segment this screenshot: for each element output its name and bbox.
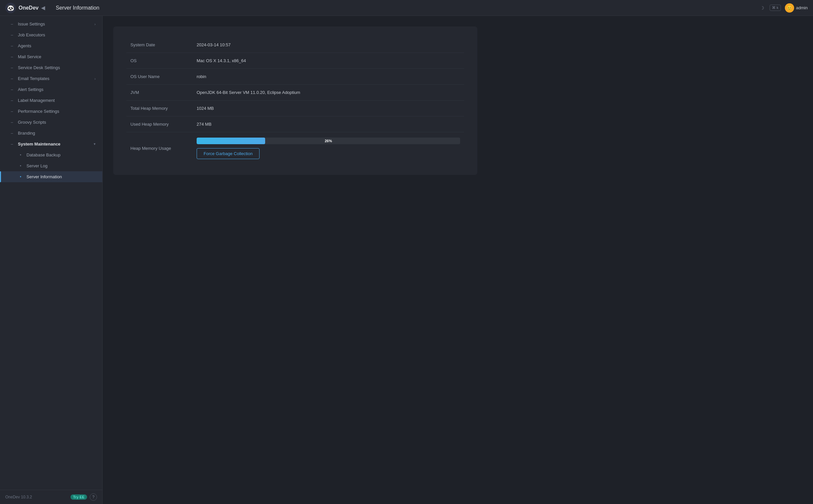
field-label: OS User Name [126,69,192,85]
sidebar-item-label: Label Management [18,98,96,103]
sidebar-item-label: Database Backup [26,152,96,157]
help-button[interactable]: ? [90,493,97,501]
sidebar-item-groovy-scripts[interactable]: – Groovy Scripts [0,117,102,128]
field-label: Total Heap Memory [126,101,192,116]
topbar: 🐼 OneDev ◀ Server Information ☽ ⌘ k 😊 ad… [0,0,813,16]
dash-icon: – [9,98,15,103]
keyboard-shortcut-hint[interactable]: ⌘ k [770,5,781,11]
sidebar-item-label-management[interactable]: – Label Management [0,95,102,106]
table-row: System Date 2024-03-14 10:57 [126,37,464,53]
theme-toggle-button[interactable]: ☽ [759,4,766,12]
progress-bar-fill [196,138,265,144]
app-name: OneDev [19,5,38,11]
progress-container: 26% Force Garbage Collection [196,138,460,159]
server-info-table: System Date 2024-03-14 10:57 OS Mac OS X… [126,37,464,164]
bullet-icon: • [18,175,23,179]
sidebar-item-label: Server Information [26,174,96,179]
dash-icon: – [9,120,15,125]
bullet-icon: • [18,164,23,168]
dash-icon: – [9,87,15,92]
sidebar-item-branding[interactable]: – Branding [0,128,102,139]
table-row: OS User Name robin [126,69,464,85]
page-title: Server Information [56,5,759,11]
table-row: OS Mac OS X 14.3.1, x86_64 [126,53,464,69]
dash-icon: – [9,33,15,37]
field-value: OpenJDK 64-Bit Server VM 11.0.20, Eclips… [192,85,464,101]
sidebar-item-agents[interactable]: – Agents [0,40,102,51]
field-label: Heap Memory Usage [126,132,192,165]
field-value: robin [192,69,464,85]
topbar-right: ☽ ⌘ k 😊 admin [759,3,808,13]
main-content: System Date 2024-03-14 10:57 OS Mac OS X… [103,16,813,504]
field-label: System Date [126,37,192,53]
sidebar: – Issue Settings › – Job Executors – Age… [0,16,103,504]
table-row: JVM OpenJDK 64-Bit Server VM 11.0.20, Ec… [126,85,464,101]
chevron-right-icon: › [94,22,96,26]
dash-icon: – [9,22,15,26]
field-label: Used Heap Memory [126,116,192,132]
sidebar-item-label: Issue Settings [18,21,94,26]
dash-icon: – [9,55,15,59]
bullet-icon: • [18,153,23,157]
app-logo-group: 🐼 OneDev [5,3,38,13]
field-value: 1024 MB [192,101,464,116]
sidebar-item-label: Job Executors [18,32,96,37]
avatar: 😊 [785,3,794,13]
field-value: Mac OS X 14.3.1, x86_64 [192,53,464,69]
field-value: 274 MB [192,116,464,132]
sidebar-item-label: System Maintenance [18,142,94,147]
table-row-heap-usage: Heap Memory Usage 26% Force Garbage Coll… [126,132,464,165]
sidebar-item-label: Groovy Scripts [18,120,96,125]
field-label: JVM [126,85,192,101]
main-layout: – Issue Settings › – Job Executors – Age… [0,16,813,504]
version-label: OneDev 10.3.2 [5,495,68,499]
sidebar-footer: OneDev 10.3.2 Try EE ? [0,490,102,504]
try-ee-badge[interactable]: Try EE [70,494,87,500]
sidebar-item-job-executors[interactable]: – Job Executors [0,29,102,40]
sidebar-item-label: Performance Settings [18,109,96,114]
dash-icon: – [9,109,15,114]
field-label: OS [126,53,192,69]
chevron-right-icon: › [94,77,96,81]
table-row: Total Heap Memory 1024 MB [126,101,464,116]
heap-usage-cell: 26% Force Garbage Collection [192,132,464,165]
chevron-down-icon: ▾ [94,142,96,146]
logo-icon: 🐼 [5,3,16,13]
sidebar-item-mail-service[interactable]: – Mail Service [0,51,102,62]
progress-label: 26% [325,139,332,143]
field-value: 2024-03-14 10:57 [192,37,464,53]
dash-icon: – [9,142,15,147]
sidebar-item-server-information[interactable]: • Server Information [0,171,102,182]
sidebar-scroll: – Issue Settings › – Job Executors – Age… [0,16,102,490]
dash-icon: – [9,131,15,136]
dash-icon: – [9,76,15,81]
sidebar-item-database-backup[interactable]: • Database Backup [0,149,102,160]
sidebar-item-label: Mail Service [18,54,96,59]
server-info-card: System Date 2024-03-14 10:57 OS Mac OS X… [113,26,477,175]
sidebar-item-label: Branding [18,131,96,136]
force-gc-wrapper: Force Garbage Collection [196,148,460,159]
force-garbage-collection-button[interactable]: Force Garbage Collection [196,148,260,159]
sidebar-item-performance-settings[interactable]: – Performance Settings [0,106,102,117]
sidebar-item-label: Alert Settings [18,87,96,92]
sidebar-item-label: Server Log [26,163,96,168]
sidebar-item-label: Email Templates [18,76,94,81]
progress-bar-wrapper: 26% [196,138,460,144]
sidebar-item-email-templates[interactable]: – Email Templates › [0,73,102,84]
sidebar-item-system-maintenance[interactable]: – System Maintenance ▾ [0,139,102,149]
collapse-sidebar-button[interactable]: ◀ [38,3,48,12]
sidebar-item-issue-settings[interactable]: – Issue Settings › [0,19,102,29]
sidebar-item-label: Agents [18,43,96,48]
dash-icon: – [9,44,15,48]
sidebar-item-label: Service Desk Settings [18,65,96,70]
table-row: Used Heap Memory 274 MB [126,116,464,132]
user-name: admin [796,5,808,10]
sidebar-item-alert-settings[interactable]: – Alert Settings [0,84,102,95]
sidebar-item-service-desk-settings[interactable]: – Service Desk Settings [0,62,102,73]
sidebar-item-server-log[interactable]: • Server Log [0,160,102,171]
dash-icon: – [9,65,15,70]
user-menu[interactable]: 😊 admin [785,3,808,13]
